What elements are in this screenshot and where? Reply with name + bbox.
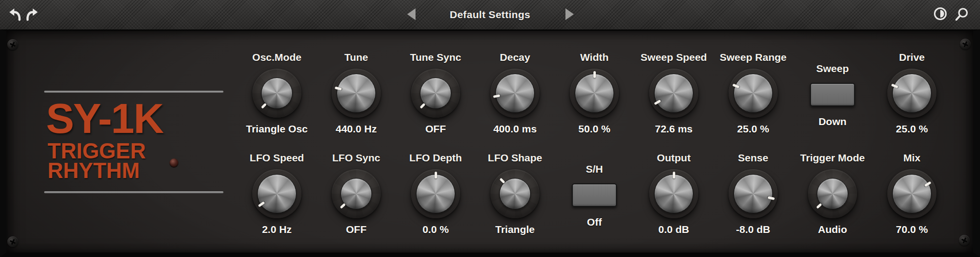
knob-pointer — [499, 178, 505, 184]
model-subtitle-line1: TRIGGER — [48, 141, 195, 161]
model-name: SY-1K — [46, 97, 252, 139]
knob-pointer — [258, 202, 265, 207]
knob-pointer — [673, 172, 675, 179]
decay-knob[interactable] — [490, 69, 539, 118]
logo-divider-top — [44, 91, 223, 93]
tune-sync-knob[interactable] — [411, 69, 460, 118]
drive-knob[interactable] — [887, 69, 936, 118]
contrast-icon[interactable] — [933, 6, 948, 21]
sample-hold-button[interactable] — [572, 183, 617, 207]
sweep-button[interactable] — [810, 83, 855, 106]
redo-icon[interactable] — [24, 7, 39, 22]
screw-icon — [7, 39, 18, 50]
output-knob[interactable] — [649, 169, 698, 218]
lfo-depth-knob[interactable] — [411, 169, 460, 218]
undo-icon[interactable] — [8, 7, 23, 22]
next-preset-button[interactable] — [564, 8, 575, 21]
knob-label: Mix — [860, 152, 963, 164]
width-knob[interactable] — [570, 69, 619, 118]
toolbar: Default Settings — [0, 0, 980, 29]
knob-pointer — [768, 196, 775, 200]
lfo-sync-knob[interactable] — [332, 169, 381, 218]
tune-knob[interactable] — [332, 69, 381, 118]
preset-name[interactable]: Default Settings — [426, 0, 554, 29]
knob-value: 70.0 % — [860, 223, 963, 236]
mix-knob[interactable] — [887, 169, 936, 218]
knob-label: Drive — [860, 51, 963, 64]
knob-pointer — [593, 71, 596, 78]
trigger-mode-knob[interactable] — [808, 169, 857, 218]
button-label: S/H — [543, 163, 646, 176]
osc-mode-knob[interactable] — [252, 69, 301, 118]
logo-divider-bottom — [44, 191, 223, 193]
knob-pointer — [891, 84, 898, 89]
sense-knob[interactable] — [729, 169, 778, 218]
button-label: Sweep — [781, 62, 884, 75]
knob-pointer — [924, 181, 931, 187]
knob-pointer — [340, 203, 346, 209]
knob-pointer — [261, 103, 267, 109]
sweep-speed-knob[interactable] — [649, 69, 698, 118]
control-mix: Mix 70.0 % — [870, 152, 954, 236]
status-led — [170, 158, 178, 167]
knob-pointer — [816, 203, 822, 209]
previous-preset-button[interactable] — [406, 8, 416, 21]
screw-icon — [960, 39, 971, 50]
lfo-speed-knob[interactable] — [252, 169, 301, 218]
knob-pointer — [335, 87, 342, 91]
knob-pointer — [493, 95, 500, 98]
plugin-window: Default Settings SY-1K TRIGGER RHYTHM Os… — [0, 0, 980, 257]
knob-pointer — [420, 103, 426, 109]
knob-value: 25.0 % — [860, 123, 963, 135]
knob-pointer — [654, 100, 662, 105]
screw-icon — [7, 236, 18, 247]
sweep-range-knob[interactable] — [729, 69, 778, 118]
magnifier-icon[interactable] — [955, 7, 969, 22]
control-drive: Drive 25.0 % — [870, 51, 954, 135]
knob-pointer — [732, 84, 739, 89]
screw-icon — [959, 235, 970, 246]
knob-pointer — [435, 172, 437, 179]
lfo-shape-knob[interactable] — [490, 169, 539, 218]
